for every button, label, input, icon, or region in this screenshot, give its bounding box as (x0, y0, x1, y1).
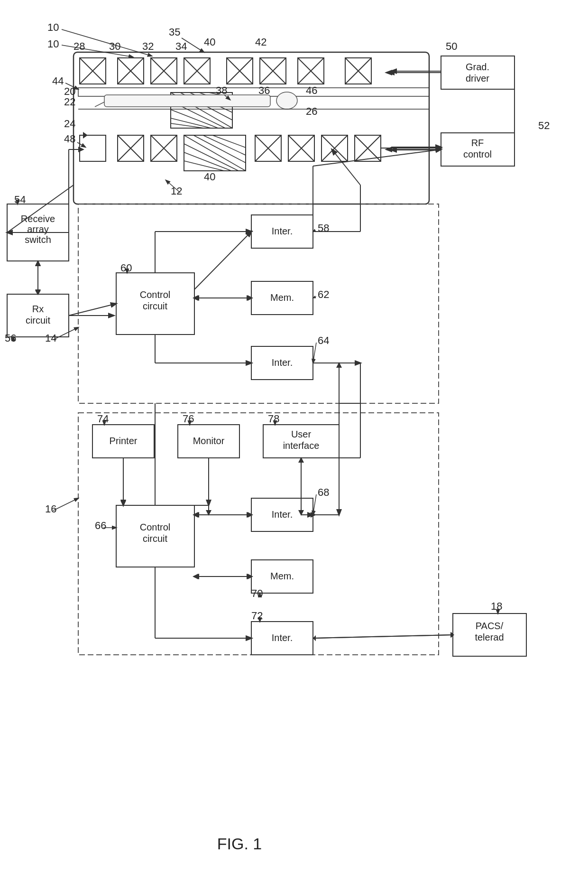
svg-line-116 (313, 343, 316, 363)
svg-line-76 (62, 45, 133, 57)
sys-label-10: 10 (47, 21, 59, 33)
svg-marker-205 (193, 574, 198, 579)
label-74: 74 (97, 413, 109, 425)
label-68: 68 (318, 486, 329, 498)
svg-line-187 (69, 304, 116, 316)
mem1-label: Mem. (270, 292, 294, 303)
inter2-label: Inter. (272, 357, 293, 368)
label-28: 28 (74, 40, 85, 52)
label-48: 48 (64, 133, 75, 145)
label-58: 58 (318, 222, 329, 234)
svg-line-124 (53, 498, 78, 511)
diagram-container: Grad. driver 50 RF control 52 10 28 30 3… (0, 0, 588, 874)
svg-line-55 (184, 152, 231, 171)
user-interface-line2: interface (283, 440, 320, 451)
label-66: 66 (95, 520, 106, 531)
label-10: 10 (47, 38, 59, 50)
svg-rect-69 (441, 56, 514, 89)
label-70: 70 (251, 587, 263, 599)
label-54: 54 (14, 194, 26, 205)
control-circuit1-line1: Control (140, 289, 170, 300)
svg-line-80 (77, 142, 85, 147)
rx-circuit-line2: circuit (26, 315, 51, 325)
label-40-bottom: 40 (204, 171, 215, 183)
label-14: 14 (45, 332, 56, 344)
label-72: 72 (251, 610, 263, 622)
fig-label: FIG. 1 (217, 835, 262, 853)
svg-line-33 (171, 110, 218, 128)
label-56: 56 (5, 332, 16, 344)
inter3-label: Inter. (272, 509, 293, 520)
label-64: 64 (318, 335, 329, 346)
label-24: 24 (64, 118, 75, 130)
rf-control-label: RF (471, 138, 484, 148)
svg-line-113 (313, 149, 441, 166)
receive-array-switch-line3: switch (25, 234, 51, 245)
svg-line-107 (313, 297, 316, 298)
user-interface-line1: User (291, 429, 312, 439)
grad-driver-label: Grad. (466, 62, 489, 72)
svg-line-35 (171, 123, 204, 128)
pacs-line1: PACS/ (476, 621, 504, 631)
rf-control-label2: control (463, 149, 492, 159)
label-34: 34 (175, 40, 187, 52)
monitor-label: Monitor (193, 436, 225, 446)
label-50: 50 (446, 40, 457, 52)
label-18: 18 (491, 600, 502, 612)
printer-label: Printer (110, 436, 138, 446)
inter1-label: Inter. (272, 226, 293, 236)
label-35: 35 (169, 26, 180, 38)
grad-driver-label2: driver (466, 73, 489, 84)
label-16: 16 (45, 503, 56, 515)
control-circuit2-line2: circuit (143, 533, 168, 544)
label-52: 52 (538, 120, 550, 131)
svg-rect-40 (80, 135, 106, 161)
svg-marker-42 (83, 132, 88, 139)
svg-line-197 (313, 635, 453, 638)
label-76: 76 (183, 413, 194, 425)
svg-point-37 (276, 92, 297, 109)
svg-line-169 (332, 149, 360, 185)
label-62: 62 (318, 288, 329, 300)
mem2-label: Mem. (270, 571, 294, 581)
rx-circuit-line1: Rx (32, 304, 44, 314)
label-44: 44 (52, 75, 64, 87)
label-22: 22 (64, 96, 75, 108)
label-46: 46 (306, 84, 317, 96)
svg-line-51 (193, 135, 246, 163)
label-78: 78 (268, 413, 279, 425)
label-60: 60 (120, 262, 132, 274)
label-38: 38 (216, 84, 227, 96)
control-circuit1-line2: circuit (143, 301, 168, 311)
label-40-top: 40 (204, 36, 215, 48)
pacs-line2: telerad (475, 632, 504, 642)
label-12: 12 (171, 185, 182, 197)
svg-line-134 (313, 494, 316, 515)
label-32: 32 (142, 40, 154, 52)
label-36: 36 (258, 84, 270, 96)
svg-line-38 (95, 102, 104, 107)
control-circuit2-line1: Control (140, 522, 170, 532)
svg-line-53 (212, 135, 246, 148)
label-26: 26 (306, 105, 317, 117)
inter4-label: Inter. (272, 632, 293, 643)
svg-line-114 (379, 151, 441, 232)
svg-rect-36 (104, 95, 270, 107)
label-42: 42 (255, 36, 266, 48)
svg-line-102 (194, 232, 251, 289)
